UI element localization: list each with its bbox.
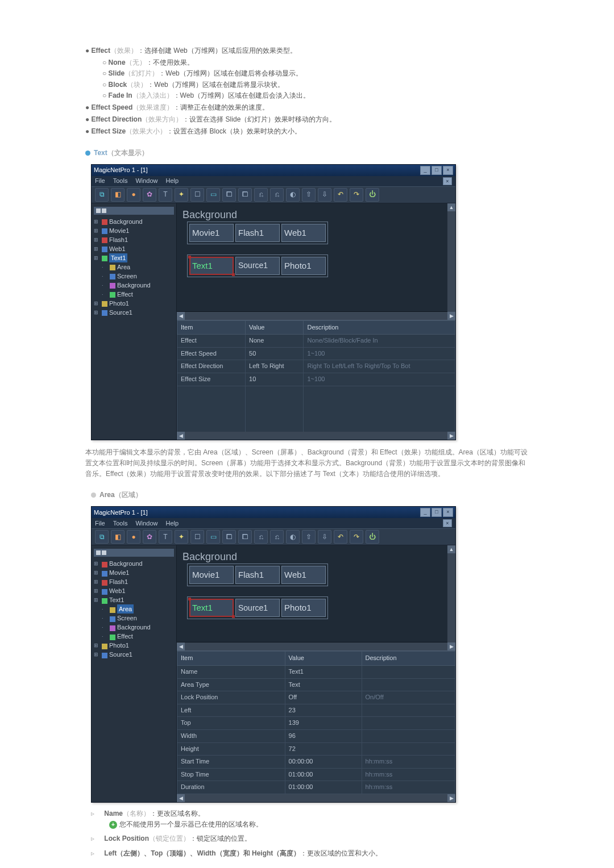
tree-item[interactable]: Web1 [94,244,174,253]
menubar[interactable]: File Tools Window Help × [92,518,455,528]
tool-icon[interactable]: ● [127,530,140,544]
property-grid[interactable]: ItemValueDescription NameText1 Area Type… [177,650,455,794]
tool-icon[interactable]: ◐ [286,530,300,544]
tree-item[interactable]: Text1 Area Screen Background Effect [94,595,174,641]
menu-help[interactable]: Help [166,519,179,529]
tool-icon[interactable]: ⇩ [318,530,331,544]
menu-tools[interactable]: Tools [113,519,128,529]
tool-icon[interactable]: ⧠ [238,188,252,202]
titlebar[interactable]: MagicNetPro 1 - [1] _ □ × [92,165,455,176]
table-row[interactable]: Height72 [177,742,455,756]
tool-icon[interactable]: ⎌ [270,188,284,202]
canvas-slot[interactable]: Movie1 [189,224,234,242]
menu-tools[interactable]: Tools [113,176,128,186]
table-row[interactable]: Duration01:00:00hh:mm:ss [177,781,455,794]
tool-icon[interactable]: ● [127,188,140,202]
tool-icon[interactable]: ☐ [190,530,204,544]
tool-icon[interactable]: ⎌ [254,530,268,544]
scrollbar-vertical[interactable]: ▲ [447,203,455,312]
titlebar[interactable]: MagicNetPro 1 - [1] _ □ × [92,507,455,518]
menu-file[interactable]: File [95,176,105,186]
minimize-icon[interactable]: _ [420,508,430,517]
table-row[interactable]: Area TypeText [177,678,455,691]
tree-item[interactable]: Source1 [94,308,174,317]
tree-item[interactable]: Effect [102,632,174,641]
menu-window[interactable]: Window [135,176,157,186]
table-row[interactable]: EffectNoneNone/Slide/Block/Fade In [177,335,455,348]
tree-item[interactable]: Background [102,281,174,290]
table-row[interactable]: Start Time00:00:00hh:mm:ss [177,756,455,769]
tool-undo-icon[interactable]: ↶ [334,530,347,544]
canvas[interactable]: Background Movie1 Flash1 Web1 Text1 Sour… [177,545,447,642]
canvas-slot[interactable]: Web1 [281,224,326,242]
tree-item[interactable]: Movie1 [94,226,174,235]
tree-panel[interactable]: Background Movie1 Flash1 Web1 Text1 Area… [92,545,177,802]
tool-icon[interactable]: ✦ [175,188,188,202]
tree-item[interactable]: Background [94,217,174,226]
canvas-slot[interactable]: Web1 [281,566,326,584]
menubar[interactable]: File Tools Window Help × [92,176,455,186]
table-row[interactable]: Lock PositionOffOn/Off [177,691,455,704]
tree-item[interactable]: Screen [102,272,174,281]
scrollbar-horizontal[interactable]: ◀▶ [177,432,455,440]
table-row[interactable]: Effect Speed501~100 [177,347,455,360]
tool-text-icon[interactable]: T [159,530,172,544]
table-row[interactable]: Stop Time01:00:00hh:mm:ss [177,768,455,781]
tool-icon[interactable]: ⧠ [222,188,236,202]
tool-icon[interactable]: ⇧ [302,188,316,202]
tree-item[interactable]: Flash1 [94,235,174,244]
tool-icon[interactable]: ⏻ [366,188,379,202]
tree-item[interactable]: Area [102,604,174,614]
tool-icon[interactable]: ⏻ [366,530,379,544]
tool-icon[interactable]: ⧉ [95,188,109,202]
menu-window[interactable]: Window [135,519,157,529]
close-icon[interactable]: × [443,166,453,175]
tree-item[interactable]: Screen [102,614,174,623]
tree-item[interactable]: Text1 Area Screen Background Effect [94,253,174,299]
tree-item[interactable]: Web1 [94,586,174,595]
tool-icon[interactable]: ✦ [175,530,188,544]
tool-text-icon[interactable]: T [159,188,172,202]
table-row[interactable]: Width96 [177,729,455,742]
tree-item[interactable]: Background [102,623,174,632]
tree-item[interactable]: Photo1 [94,299,174,308]
tree-item[interactable]: Photo1 [94,641,174,650]
tool-icon[interactable]: ☐ [190,188,204,202]
canvas-slot-selected[interactable]: Text1 [189,257,234,275]
tool-icon[interactable]: ✿ [143,188,156,202]
tool-redo-icon[interactable]: ↷ [350,188,363,202]
canvas-slot[interactable]: Flash1 [235,224,280,242]
mdi-close-icon[interactable]: × [443,519,452,527]
tree-item[interactable]: Movie1 [94,568,174,577]
scrollbar-horizontal[interactable]: ◀▶ [177,642,455,650]
tool-icon[interactable]: ✿ [143,530,156,544]
close-icon[interactable]: × [443,508,453,517]
tree-item[interactable]: Flash1 [94,577,174,586]
canvas-slot[interactable]: Source1 [235,599,280,617]
tree-item[interactable]: Source1 [94,650,174,659]
table-row[interactable]: Top139 [177,717,455,730]
table-row[interactable]: Effect Size101~100 [177,373,455,386]
tool-redo-icon[interactable]: ↷ [350,530,363,544]
scrollbar-vertical[interactable]: ▲ [447,545,455,642]
tool-icon[interactable]: ◧ [111,530,125,544]
tool-icon[interactable]: ◧ [111,188,125,202]
tool-icon[interactable]: ⧠ [238,530,252,544]
canvas-slot-selected[interactable]: Text1 [189,599,234,617]
tool-icon[interactable]: ⧉ [95,530,109,544]
tool-icon[interactable]: ⎌ [254,188,268,202]
canvas-slot[interactable]: Source1 [235,257,280,275]
table-row[interactable]: Left23 [177,704,455,717]
table-row[interactable]: NameText1 [177,666,455,679]
canvas-slot[interactable]: Photo1 [281,599,326,617]
tool-icon[interactable]: ▭ [206,530,220,544]
tool-undo-icon[interactable]: ↶ [334,188,347,202]
canvas-slot[interactable]: Photo1 [281,257,326,275]
canvas-slot[interactable]: Movie1 [189,566,234,584]
mdi-close-icon[interactable]: × [443,177,452,185]
tool-icon[interactable]: ⇧ [302,530,316,544]
tool-icon[interactable]: ◐ [286,188,300,202]
maximize-icon[interactable]: □ [432,166,442,175]
menu-file[interactable]: File [95,519,105,529]
tree-item[interactable]: Area [102,262,174,272]
